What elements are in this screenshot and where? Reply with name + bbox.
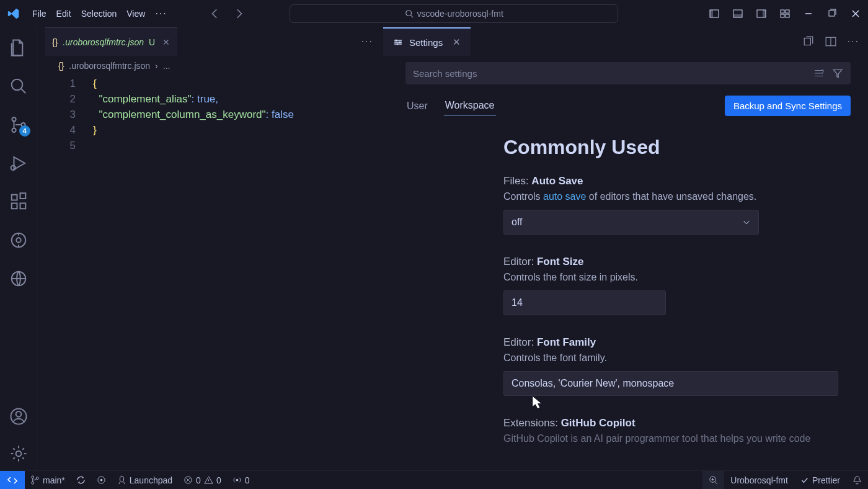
status-bar: main* Launchpad 0 0 0 Uroborosql-fmt Pre… [0,470,868,489]
clear-search-icon[interactable] [813,68,825,79]
tab-uroborosqlfmtrc[interactable]: {} .uroborosqlfmtrc.json U ✕ [45,27,177,56]
placeholder-text: Search settings [413,68,477,79]
nav-forward-icon[interactable] [233,8,244,19]
settings-gear-icon[interactable] [9,444,28,463]
branch-icon [30,475,40,485]
svg-rect-19 [20,204,25,209]
layout-panel-icon[interactable] [733,9,743,19]
ports-button[interactable]: 0 [227,475,255,485]
setting-font-size: Editor: Font Size Controls the font size… [503,256,851,315]
svg-point-28 [399,42,401,43]
svg-point-32 [32,476,34,478]
activity-bar: 4 [0,27,37,470]
svg-point-25 [16,411,21,417]
auto-save-link[interactable]: auto save [543,191,586,202]
menu-file[interactable]: File [27,6,51,21]
editor-more-icon[interactable]: ··· [848,36,859,47]
setting-copilot: Extensions: GitHub Copilot GitHub Copilo… [503,417,851,444]
scm-badge: 4 [19,125,30,137]
account-icon[interactable] [9,407,28,426]
svg-point-22 [16,238,21,243]
settings-icon [393,37,403,47]
json-icon: {} [58,61,64,71]
run-debug-icon[interactable] [9,154,28,173]
sync-button[interactable] [71,475,91,485]
editor-group-right: Settings ✕ ··· Search settings User Work… [383,27,868,470]
settings-search-input[interactable]: Search settings [405,62,851,84]
svg-point-13 [12,117,16,121]
svg-point-0 [405,11,411,16]
search-icon[interactable] [9,77,28,96]
tab-settings-label: Settings [409,37,443,48]
maximize-icon[interactable] [827,9,837,19]
breadcrumb[interactable]: {} .uroborosqlfmtrc.json › ... [37,56,383,76]
tab-close-icon[interactable]: ✕ [162,37,170,47]
font-family-input[interactable]: Consolas, 'Courier New', monospace [503,371,838,396]
auto-save-select[interactable]: off [503,210,759,235]
menu-more[interactable]: ··· [150,6,172,22]
git-branch[interactable]: main* [25,475,71,485]
svg-point-26 [16,451,21,457]
gitlens-status[interactable] [91,475,112,485]
launchpad-button[interactable]: Launchpad [112,475,178,485]
breadcrumb-file: .uroborosqlfmtrc.json [69,61,150,71]
editor-tabs-right: Settings ✕ ··· [383,27,868,56]
svg-point-38 [236,479,238,482]
command-center[interactable]: vscode-uroborosql-fmt [290,4,618,23]
svg-point-33 [32,482,34,484]
editor-more-icon[interactable]: ··· [361,36,383,47]
tab-settings[interactable]: Settings ✕ [383,27,471,56]
split-editor-icon[interactable] [825,36,836,47]
scope-user-tab[interactable]: User [405,97,429,115]
breadcrumb-tail: ... [163,61,170,71]
gitlens-icon[interactable] [9,231,28,249]
svg-rect-8 [786,10,789,13]
notifications-button[interactable] [846,475,868,485]
formatter-status[interactable]: Uroborosql-fmt [724,475,794,485]
close-icon[interactable] [851,9,861,19]
zoom-button[interactable] [702,471,724,490]
zoom-icon [709,475,718,485]
check-icon [800,476,809,485]
remote-explorer-icon[interactable] [9,269,28,288]
svg-rect-20 [20,193,25,199]
tab-filename: .uroborosqlfmtrc.json [63,37,144,47]
extensions-icon[interactable] [9,192,28,211]
nav-back-icon[interactable] [210,8,221,19]
editor-tabs-left: {} .uroborosqlfmtrc.json U ✕ ··· [37,27,383,56]
layout-sidebar-right-icon[interactable] [756,9,766,19]
svg-rect-30 [804,38,810,45]
svg-rect-2 [710,10,713,17]
source-control-icon[interactable]: 4 [9,115,28,134]
svg-rect-11 [829,11,835,16]
vscode-logo [7,7,20,20]
code-editor[interactable]: 1 2 3 4 5 { "complement_alias": true, "c… [37,76,383,153]
svg-rect-17 [11,195,17,200]
chevron-right-icon: › [155,61,158,71]
svg-rect-7 [781,10,784,13]
layout-customize-icon[interactable] [780,9,790,19]
tab-close-icon[interactable]: ✕ [453,37,461,48]
svg-point-36 [100,479,102,482]
prettier-status[interactable]: Prettier [794,475,846,485]
remote-button[interactable] [0,471,25,490]
scope-workspace-tab[interactable]: Workspace [444,96,496,115]
command-center-text: vscode-uroborosql-fmt [417,9,503,19]
menu-selection[interactable]: Selection [76,6,122,21]
minimize-icon[interactable] [804,9,813,19]
font-size-input[interactable]: 14 [503,290,666,315]
layout-sidebar-left-icon[interactable] [709,9,719,19]
svg-point-16 [11,166,16,171]
warning-icon [204,475,213,485]
tab-dirty-marker: U [149,37,155,47]
problems-button[interactable]: 0 0 [178,475,227,485]
menu-edit[interactable]: Edit [51,6,76,21]
chevron-down-icon [742,218,751,227]
sync-settings-button[interactable]: Backup and Sync Settings [725,96,851,116]
explorer-icon[interactable] [9,38,28,57]
section-heading: Commonly Used [503,136,851,159]
filter-icon[interactable] [832,68,843,79]
open-editors-icon[interactable] [803,36,814,47]
radio-icon [232,475,242,485]
menu-view[interactable]: View [122,6,150,21]
